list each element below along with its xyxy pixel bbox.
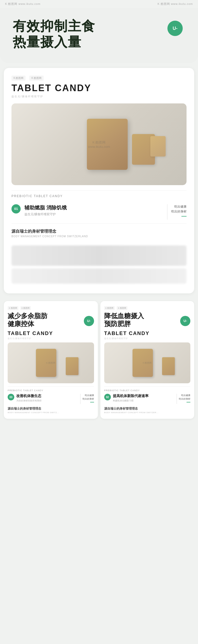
left-hero-title: 减少多余脂肪 健康控体 <box>8 312 94 328</box>
left-u-badge: U- <box>84 316 94 326</box>
feature-side-line <box>181 216 187 217</box>
hero-badge-text: U- <box>173 26 178 31</box>
right-subtitle: 益生元/膳食纤维双守护 <box>104 337 191 340</box>
left-feature-main: 改善机体微生态 为你好身材扫除所有障碍 <box>16 394 78 402</box>
left-product-image: K 酷图网 <box>8 342 94 383</box>
right-concept-zh: 源自瑞士的身材管理理念 <box>104 407 191 411</box>
left-concept-zh: 源自瑞士的身材管理理念 <box>8 407 94 411</box>
left-brand-logo-1: K 酷图网 <box>8 306 18 310</box>
hero-u-badge: U- <box>167 21 183 36</box>
right-divider <box>177 394 177 404</box>
left-feature-line <box>90 402 94 402</box>
left-feature-badge: 03 <box>8 394 14 400</box>
right-feature-main: 提高机体新陈代谢速率 构建机体生酮新习惯 <box>113 394 175 402</box>
right-feature-sub: 构建机体生酮新习惯 <box>113 399 175 402</box>
left-side-2: 吃出好身材 <box>83 398 94 400</box>
hero-section: 有效抑制主食 热量摄入量 U- <box>0 8 198 63</box>
main-product-card: K 酷图网 K 酷图网 TABLET CANDY 益生元/膳食纤维双守护 K 酷… <box>4 68 194 293</box>
concept-zh: 源自瑞士的身材管理理念 <box>11 229 187 234</box>
left-side-text: 吃出健康 吃出好身材 <box>83 394 94 401</box>
feature-side: 吃出健康 吃出好身材 <box>171 204 187 217</box>
right-concept-en: BODY MANAGEMENT CONCEPT FROM SWITZER... <box>104 411 191 414</box>
brand-logo-1: K 酷图网 <box>11 76 25 81</box>
left-side-1: 吃出健康 <box>85 394 94 397</box>
right-side-text: 吃出健康 吃出好身材 <box>179 394 190 401</box>
feature-main: 辅助燃脂 消除饥饿 益生元/膳食纤维双守护 <box>24 204 163 217</box>
right-tablet-title: TABLET CANDY <box>104 330 191 336</box>
feature-side-1: 吃出健康 <box>174 205 187 208</box>
right-image-watermark: K 酷图网 <box>143 361 152 365</box>
left-feature-number: 03 <box>9 396 12 399</box>
right-hero-line2: 预防肥胖 <box>104 320 131 328</box>
watermark-right: K 酷图网 www.ikutu.com <box>157 2 193 6</box>
hero-title-line2: 热量摄入量 <box>13 34 82 49</box>
main-card-title: TABLET CANDY <box>11 83 187 93</box>
right-brand-logo-1: K 酷图网 <box>104 306 115 310</box>
left-hero-line2: 健康控体 <box>8 320 34 328</box>
left-feature-side: 吃出健康 吃出好身材 <box>83 394 94 402</box>
card-right: K 酷图网 K 酷图网 降低血糖摄入 预防肥胖 U- TABLET CANDY … <box>100 301 194 419</box>
feature-divider <box>167 204 167 220</box>
left-feature-sub: 为你好身材扫除所有障碍 <box>16 399 78 402</box>
right-brand-logo-2: K 酷图网 <box>117 306 127 310</box>
right-feature-row: 02 提高机体新陈代谢速率 构建机体生酮新习惯 吃出健康 吃出好身材 <box>104 394 191 404</box>
prebiotic-label: PREBIOTIC TABLET CANDY <box>11 190 187 198</box>
feature-title: 辅助燃脂 消除饥饿 <box>24 204 163 211</box>
left-feature-row: 03 改善机体微生态 为你好身材扫除所有障碍 吃出健康 吃出好身材 <box>8 394 94 404</box>
right-prebiotic: PREBIOTIC TABLET CANDY <box>104 386 191 392</box>
feature-side-2: 吃出好身材 <box>171 210 187 213</box>
right-hero-title: 降低血糖摄入 预防肥胖 <box>104 312 191 328</box>
brand-logos: K 酷图网 K 酷图网 <box>11 76 187 81</box>
left-image-watermark: K 酷图网 <box>46 361 55 365</box>
left-hero-line1: 减少多余脂肪 <box>8 312 47 320</box>
right-feature-line <box>187 402 190 402</box>
concept-section: 源自瑞士的身材管理理念 BODY MANAGEMENT CONCEPT FROM… <box>11 224 187 243</box>
right-feature-badge: 02 <box>104 394 111 400</box>
blurred-content-1 <box>11 245 187 266</box>
right-product-image: K 酷图网 <box>104 342 191 383</box>
hero-title: 有效抑制主食 热量摄入量 <box>13 18 185 50</box>
left-prebiotic: PREBIOTIC TABLET CANDY <box>8 386 94 392</box>
left-subtitle: 益生元/膳食纤维双守护 <box>8 337 94 340</box>
product-box-tiny <box>150 136 166 157</box>
card-header: K 酷图网 K 酷图网 TABLET CANDY 益生元/膳食纤维双守护 <box>11 76 187 98</box>
right-box-small <box>162 357 175 375</box>
right-feature-title: 提高机体新陈代谢速率 <box>113 394 175 398</box>
left-tablet-title: TABLET CANDY <box>8 330 94 336</box>
right-feature-number: 02 <box>106 396 109 399</box>
feature-row: 01 辅助燃脂 消除饥饿 益生元/膳食纤维双守护 吃出健康 吃出好身材 <box>11 200 187 224</box>
feature-number: 01 <box>14 207 18 211</box>
left-concept-en: BODY MANAGEMENT CONCEPT FROM SWITZ... <box>8 411 94 414</box>
right-side-1: 吃出健康 <box>181 394 190 397</box>
brand-logo-2: K 酷图网 <box>29 76 43 81</box>
right-brand-logos: K 酷图网 K 酷图网 <box>104 306 191 310</box>
feature-number-badge: 01 <box>11 204 21 213</box>
main-product-image-area: K 酷图网www.ikutu.com <box>11 103 187 185</box>
right-feature-side: 吃出健康 吃出好身材 <box>179 394 190 402</box>
concept-en: BODY MANAGEMENT CONCEPT FROM SWITZERLAND <box>11 235 187 238</box>
feature-side-text: 吃出健康 吃出好身材 <box>171 204 187 214</box>
right-hero-line1: 降低血糖摄入 <box>104 312 144 320</box>
left-box-small <box>66 357 78 375</box>
left-brand-logo-2: K 酷图网 <box>20 306 31 310</box>
left-brand-logos: K 酷图网 K 酷图网 <box>8 306 94 310</box>
right-u-badge: U- <box>180 316 190 326</box>
right-side-2: 吃出好身材 <box>179 398 190 400</box>
hero-title-line1: 有效抑制主食 <box>13 19 95 33</box>
blurred-content-2 <box>11 268 187 284</box>
left-divider <box>80 394 81 404</box>
watermark-left: K 酷图网 www.ikutu.com <box>5 2 41 6</box>
feature-subtitle: 益生元/膳食纤维双守护 <box>24 212 163 217</box>
product-box-large <box>87 119 128 170</box>
two-col-section: K 酷图网 K 酷图网 减少多余脂肪 健康控体 U- TABLET CANDY … <box>0 299 198 421</box>
left-feature-title: 改善机体微生态 <box>16 394 78 398</box>
card-left: K 酷图网 K 酷图网 减少多余脂肪 健康控体 U- TABLET CANDY … <box>4 301 98 419</box>
watermark-bar: K 酷图网 www.ikutu.com K 酷图网 www.ikutu.com <box>0 0 198 8</box>
main-card-subtitle: 益生元/膳食纤维双守护 <box>11 95 187 98</box>
